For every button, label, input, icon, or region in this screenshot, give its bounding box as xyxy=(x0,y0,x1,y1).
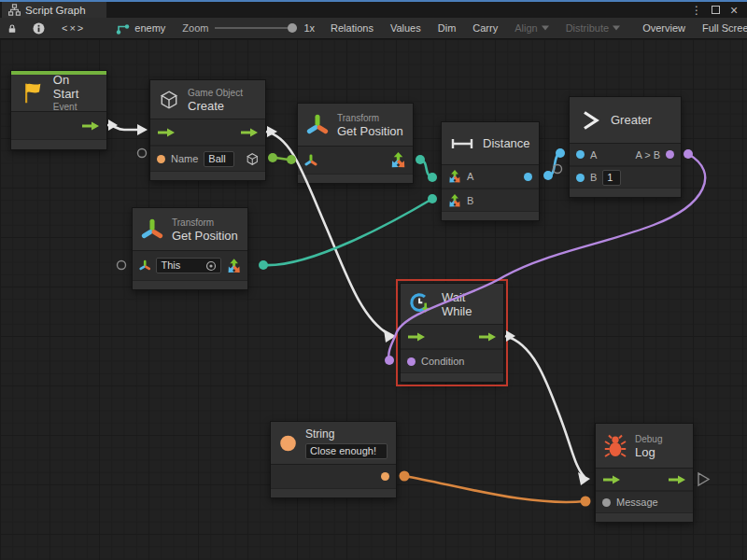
tab-title: Script Graph xyxy=(25,5,86,16)
bool-input-port-condition[interactable] xyxy=(407,357,416,366)
distance-icon xyxy=(450,137,474,150)
node-title: Distance xyxy=(483,136,530,150)
float-input-port-a[interactable] xyxy=(576,150,585,159)
toolbar-button-values[interactable]: Values xyxy=(382,18,430,38)
node-footer xyxy=(442,212,539,220)
graph-name: enemy xyxy=(134,22,165,34)
window-menu-button[interactable]: ⋮ xyxy=(689,3,704,17)
bool-output-port[interactable] xyxy=(666,150,674,159)
node-title: Create xyxy=(188,99,243,113)
flow-input-port[interactable] xyxy=(157,127,176,138)
dropdown-arrow-icon xyxy=(542,25,549,31)
node-get-position-2[interactable]: Transform Get Position This xyxy=(132,207,248,290)
node-footer xyxy=(11,140,106,149)
b-value-field[interactable]: 1 xyxy=(602,170,621,186)
title-bar: Script Graph ⋮ × xyxy=(0,2,747,18)
node-category: Debug xyxy=(635,433,662,445)
info-icon xyxy=(33,22,45,35)
object-picker-icon[interactable] xyxy=(205,260,217,272)
node-subtitle: Event xyxy=(53,101,98,113)
transform-input-port[interactable] xyxy=(139,259,150,272)
zoom-slider-handle[interactable] xyxy=(288,23,297,33)
zoom-slider-track xyxy=(215,27,297,29)
port-label: Name xyxy=(171,153,198,164)
maximize-icon xyxy=(712,6,720,14)
node-footer xyxy=(401,373,503,382)
toolbar-button-overview[interactable]: Overview xyxy=(634,18,694,38)
target-value-field[interactable]: This xyxy=(156,258,220,273)
toolbar-button-fullscreen[interactable]: Full Screen xyxy=(694,18,747,38)
vector3-output-port[interactable] xyxy=(390,152,406,168)
flow-output-port[interactable] xyxy=(478,331,497,343)
vector3-output-port[interactable] xyxy=(227,259,241,273)
value-input-port-name[interactable] xyxy=(157,155,165,163)
node-debug-log[interactable]: Debug Log Message xyxy=(595,423,694,523)
flow-input-port[interactable] xyxy=(602,474,621,485)
flag-icon xyxy=(20,80,45,105)
node-greater[interactable]: Greater A A > B B 1 xyxy=(569,96,682,198)
transform-icon xyxy=(306,114,329,136)
value-input-port-message[interactable] xyxy=(602,498,611,507)
name-value-field[interactable]: Ball xyxy=(204,151,233,167)
flow-output-port[interactable] xyxy=(668,474,686,485)
node-title: Greater xyxy=(611,113,652,127)
gameobject-output-port[interactable] xyxy=(246,151,259,167)
node-title: Get Position xyxy=(172,229,238,243)
node-create-gameobject[interactable]: Game Object Create Name Ball xyxy=(149,79,266,181)
info-button[interactable] xyxy=(24,18,53,38)
node-title: Log xyxy=(635,445,662,459)
node-category: Transform xyxy=(337,112,403,124)
float-output-port[interactable] xyxy=(524,173,532,181)
toolbar-button-distribute[interactable]: Distribute xyxy=(557,18,628,38)
transform-input-port[interactable] xyxy=(304,154,317,167)
node-title: On Start xyxy=(53,73,98,101)
node-get-position-1[interactable]: Transform Get Position xyxy=(297,103,414,184)
float-input-port-b[interactable] xyxy=(576,174,585,182)
cube-icon xyxy=(159,90,179,110)
script-graph-icon xyxy=(8,4,21,16)
port-label: B xyxy=(467,195,473,206)
node-distance[interactable]: Distance A B xyxy=(441,121,540,221)
lock-button[interactable] xyxy=(0,18,24,38)
toolbar-button-align[interactable]: Align xyxy=(506,18,557,38)
greater-icon xyxy=(578,108,602,133)
node-title: String xyxy=(305,427,388,441)
node-category: Transform xyxy=(172,217,238,229)
string-output-port[interactable] xyxy=(381,472,389,481)
vector3-input-port-a[interactable] xyxy=(448,170,461,183)
string-value-field[interactable]: Close enough! xyxy=(305,443,388,459)
vector3-input-port-b[interactable] xyxy=(448,194,461,207)
flow-input-port[interactable] xyxy=(407,331,426,343)
code-view-button[interactable]: <×> xyxy=(53,18,93,38)
tab-script-graph[interactable]: Script Graph xyxy=(2,2,106,18)
port-label: A xyxy=(467,171,473,182)
output-label: A > B xyxy=(635,149,660,161)
bug-icon xyxy=(604,434,627,458)
graph-breadcrumb[interactable]: enemy xyxy=(106,18,175,38)
close-button[interactable]: × xyxy=(726,3,741,17)
node-footer xyxy=(298,175,413,183)
wait-while-icon xyxy=(409,291,433,317)
maximize-button[interactable] xyxy=(708,3,723,17)
flow-output-port[interactable] xyxy=(81,120,100,132)
port-label: Condition xyxy=(421,356,464,367)
zoom-label: Zoom xyxy=(182,22,208,34)
node-footer xyxy=(150,172,265,180)
port-label: A xyxy=(590,149,597,161)
zoom-slider[interactable] xyxy=(215,23,297,33)
toolbar-button-dim[interactable]: Dim xyxy=(430,18,465,38)
graph-toolbar: <×> enemy Zoom 1x Relations Values Dim C… xyxy=(0,18,747,39)
node-title: Get Position xyxy=(337,124,403,138)
port-label: Message xyxy=(616,497,658,508)
zoom-level: 1x xyxy=(303,22,315,34)
node-category: Game Object xyxy=(188,87,243,99)
node-string-literal[interactable]: String Close enough! xyxy=(270,421,397,498)
node-wait-while[interactable]: Wait While Condition xyxy=(400,283,504,383)
toolbar-button-relations[interactable]: Relations xyxy=(322,18,382,38)
dropdown-arrow-icon xyxy=(613,25,620,31)
toolbar-button-carry[interactable]: Carry xyxy=(464,18,506,38)
flow-output-port[interactable] xyxy=(240,127,259,138)
node-on-start[interactable]: On Start Event xyxy=(10,70,107,150)
lock-icon xyxy=(8,22,16,35)
node-footer xyxy=(133,281,247,289)
